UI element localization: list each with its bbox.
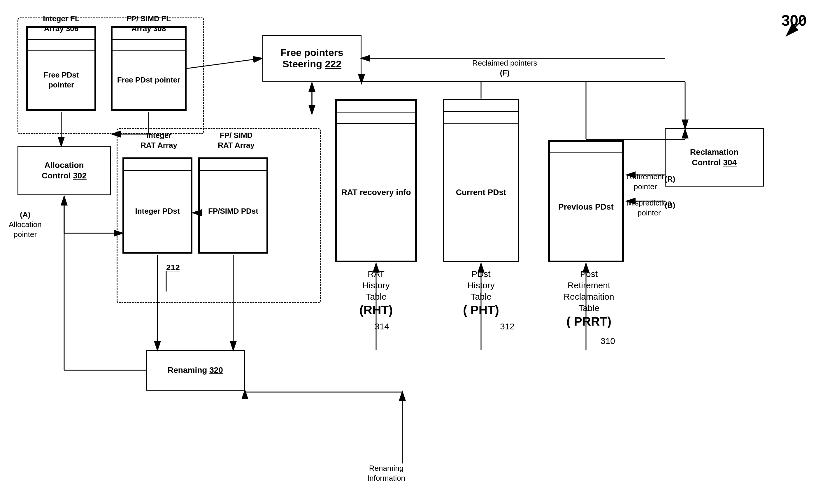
renaming-box: Renaming 320 bbox=[146, 350, 245, 390]
integer-rat-content: Integer PDst bbox=[124, 171, 191, 252]
misprediction-b-label: (B) bbox=[665, 200, 675, 211]
free-pointers-steering-box: Free pointers Steering 222 bbox=[262, 35, 361, 82]
ref-212-label: 212 bbox=[166, 262, 180, 273]
integer-fl-content: Free PDst pointer bbox=[28, 51, 94, 109]
prrt-label: Post Retirement Reclamaition Table ( PRR… bbox=[531, 268, 647, 330]
fp-simd-rat-content: FP/SIMD PDst bbox=[200, 171, 266, 252]
allocation-pointer-label: (A) Allocation pointer bbox=[9, 210, 42, 239]
prrt-ref: 310 bbox=[601, 335, 615, 347]
fp-simd-fl-label: FP/ SIMD FL Array 308 bbox=[105, 14, 192, 34]
integer-fl-header2 bbox=[28, 40, 94, 51]
pht-header2 bbox=[444, 112, 518, 124]
renaming-label: Renaming 320 bbox=[168, 365, 223, 375]
reclamation-control-label: Reclamation Control 304 bbox=[690, 147, 739, 168]
free-pointers-line2-ref: Steering 222 bbox=[283, 58, 341, 70]
rht-header1 bbox=[337, 101, 415, 113]
reclaimed-pointers-label: Reclaimed pointers (F) bbox=[472, 58, 537, 78]
prrt-box: Previous PDst bbox=[548, 140, 624, 262]
renaming-information-label: Renaming Information bbox=[367, 464, 405, 483]
fp-simd-fl-array-box: Free PDst pointer bbox=[111, 26, 187, 111]
pht-ref: 312 bbox=[500, 321, 515, 332]
rat-history-table-box: RAT recovery info bbox=[335, 99, 417, 262]
prrt-content: Previous PDst bbox=[550, 153, 622, 261]
rht-content: RAT recovery info bbox=[337, 124, 415, 261]
pht-content: Current PDst bbox=[444, 124, 518, 261]
rht-label: RAT History Table (RHT) bbox=[321, 268, 432, 318]
allocation-control-label: Allocation Control 302 bbox=[42, 160, 87, 181]
allocation-control-box: Allocation Control 302 bbox=[18, 146, 111, 195]
fp-simd-rat-array-box: FP/SIMD PDst bbox=[198, 157, 268, 254]
integer-fl-array-box: Free PDst pointer bbox=[26, 26, 96, 111]
retirement-pointer-label: Retirement pointer bbox=[627, 172, 664, 192]
integer-rat-label: Integer RAT Array bbox=[122, 131, 195, 150]
integer-fl-label: Integer FL Array 306 bbox=[26, 14, 96, 34]
pdst-history-table-box: Current PDst bbox=[443, 99, 519, 262]
integer-rat-header bbox=[124, 159, 191, 171]
fp-simd-fl-content: Free PDst pointer bbox=[113, 51, 185, 109]
free-pointers-line1: Free pointers bbox=[281, 47, 343, 58]
integer-rat-array-box: Integer PDst bbox=[122, 157, 192, 254]
fp-simd-rat-label: FP/ SIMD RAT Array bbox=[198, 131, 274, 150]
fp-simd-fl-header2 bbox=[113, 40, 185, 51]
pht-label: PDst History Table ( PHT) bbox=[428, 268, 534, 318]
rht-header2 bbox=[337, 113, 415, 124]
prrt-header bbox=[550, 142, 622, 153]
retirement-r-label: (R) bbox=[665, 174, 675, 184]
fp-simd-rat-header bbox=[200, 159, 266, 171]
rht-ref: 314 bbox=[375, 321, 389, 332]
reclamation-control-box: Reclamation Control 304 bbox=[665, 128, 764, 187]
ref-300: 300 bbox=[781, 12, 807, 29]
pht-header1 bbox=[444, 100, 518, 112]
